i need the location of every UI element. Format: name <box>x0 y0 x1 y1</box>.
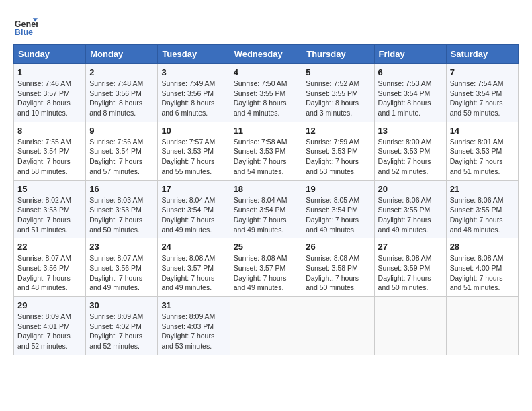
calendar-cell: 11 Sunrise: 7:58 AM Sunset: 3:53 PM Dayl… <box>230 122 302 180</box>
day-info: Sunrise: 7:58 AM Sunset: 3:53 PM Dayligh… <box>234 137 299 177</box>
day-number: 15 <box>17 184 82 194</box>
day-info: Sunrise: 7:49 AM Sunset: 3:56 PM Dayligh… <box>161 79 226 118</box>
daylight-label: Daylight: 7 hours and 54 minutes. <box>234 157 287 175</box>
calendar-cell: 22 Sunrise: 8:07 AM Sunset: 3:56 PM Dayl… <box>14 238 86 297</box>
sunset-label: Sunset: 3:53 PM <box>306 147 358 155</box>
header-wednesday: Wednesday <box>230 45 302 64</box>
sunrise-label: Sunrise: 8:09 AM <box>17 312 71 320</box>
calendar-cell: 31 Sunrise: 8:09 AM Sunset: 4:03 PM Dayl… <box>158 297 230 355</box>
sunrise-label: Sunrise: 8:04 AM <box>234 196 287 204</box>
sunrise-label: Sunrise: 7:58 AM <box>234 138 287 146</box>
calendar-cell: 3 Sunrise: 7:49 AM Sunset: 3:56 PM Dayli… <box>158 64 230 122</box>
day-number: 24 <box>161 242 226 252</box>
daylight-label: Daylight: 7 hours and 51 minutes. <box>450 157 503 175</box>
calendar-cell <box>302 297 374 355</box>
daylight-label: Daylight: 8 hours and 10 minutes. <box>17 99 71 117</box>
calendar-cell: 28 Sunrise: 8:08 AM Sunset: 4:00 PM Dayl… <box>446 238 518 297</box>
sunset-label: Sunset: 3:56 PM <box>17 264 70 272</box>
calendar-cell: 10 Sunrise: 7:57 AM Sunset: 3:53 PM Dayl… <box>158 122 230 180</box>
sunset-label: Sunset: 3:53 PM <box>161 147 214 155</box>
calendar-cell: 4 Sunrise: 7:50 AM Sunset: 3:55 PM Dayli… <box>230 64 302 122</box>
daylight-label: Daylight: 7 hours and 55 minutes. <box>161 157 214 175</box>
calendar-cell: 16 Sunrise: 8:03 AM Sunset: 3:53 PM Dayl… <box>86 180 158 238</box>
header-monday: Monday <box>86 45 158 64</box>
day-number: 16 <box>89 184 154 194</box>
calendar-cell: 7 Sunrise: 7:54 AM Sunset: 3:54 PM Dayli… <box>446 64 518 122</box>
calendar-cell: 18 Sunrise: 8:04 AM Sunset: 3:54 PM Dayl… <box>230 180 302 238</box>
calendar-week-1: 1 Sunrise: 7:46 AM Sunset: 3:57 PM Dayli… <box>14 64 519 122</box>
sunrise-label: Sunrise: 7:59 AM <box>306 138 359 146</box>
day-info: Sunrise: 7:52 AM Sunset: 3:55 PM Dayligh… <box>306 79 370 118</box>
day-info: Sunrise: 7:59 AM Sunset: 3:53 PM Dayligh… <box>306 137 370 177</box>
header-sunday: Sunday <box>14 45 86 64</box>
sunset-label: Sunset: 3:55 PM <box>234 89 286 97</box>
daylight-label: Daylight: 8 hours and 6 minutes. <box>161 99 214 117</box>
sunrise-label: Sunrise: 8:08 AM <box>378 254 432 262</box>
daylight-label: Daylight: 7 hours and 49 minutes. <box>378 216 431 234</box>
sunset-label: Sunset: 4:01 PM <box>17 322 70 330</box>
day-info: Sunrise: 8:06 AM Sunset: 3:55 PM Dayligh… <box>378 195 443 235</box>
day-number: 18 <box>234 184 299 194</box>
sunset-label: Sunset: 3:54 PM <box>17 147 70 155</box>
sunset-label: Sunset: 3:57 PM <box>234 264 286 272</box>
daylight-label: Daylight: 8 hours and 3 minutes. <box>306 99 359 117</box>
daylight-label: Daylight: 7 hours and 50 minutes. <box>306 274 359 292</box>
day-number: 27 <box>378 242 443 252</box>
day-number: 26 <box>306 242 370 252</box>
sunrise-label: Sunrise: 8:06 AM <box>378 196 432 204</box>
calendar-cell: 1 Sunrise: 7:46 AM Sunset: 3:57 PM Dayli… <box>14 64 86 122</box>
header-tuesday: Tuesday <box>158 45 230 64</box>
day-info: Sunrise: 8:09 AM Sunset: 4:01 PM Dayligh… <box>17 312 82 351</box>
calendar-cell: 6 Sunrise: 7:53 AM Sunset: 3:54 PM Dayli… <box>374 64 446 122</box>
sunset-label: Sunset: 3:53 PM <box>450 147 502 155</box>
day-info: Sunrise: 8:05 AM Sunset: 3:54 PM Dayligh… <box>306 195 370 235</box>
day-number: 19 <box>306 184 370 194</box>
sunrise-label: Sunrise: 8:09 AM <box>161 312 215 320</box>
sunset-label: Sunset: 3:53 PM <box>17 205 70 214</box>
daylight-label: Daylight: 7 hours and 53 minutes. <box>161 332 214 350</box>
daylight-label: Daylight: 7 hours and 51 minutes. <box>450 274 503 292</box>
daylight-label: Daylight: 7 hours and 59 minutes. <box>450 99 503 117</box>
calendar-cell: 15 Sunrise: 8:02 AM Sunset: 3:53 PM Dayl… <box>14 180 86 238</box>
sunset-label: Sunset: 4:02 PM <box>89 322 142 330</box>
daylight-label: Daylight: 7 hours and 52 minutes. <box>17 332 71 350</box>
day-number: 22 <box>17 242 82 252</box>
sunrise-label: Sunrise: 7:57 AM <box>161 138 215 146</box>
day-number: 23 <box>89 242 154 252</box>
sunset-label: Sunset: 3:55 PM <box>378 205 431 214</box>
sunset-label: Sunset: 3:55 PM <box>306 89 358 97</box>
day-number: 3 <box>161 67 226 77</box>
day-info: Sunrise: 8:04 AM Sunset: 3:54 PM Dayligh… <box>161 195 226 235</box>
calendar-cell <box>230 297 302 355</box>
day-number: 1 <box>17 67 82 77</box>
sunset-label: Sunset: 4:00 PM <box>450 264 502 272</box>
sunrise-label: Sunrise: 8:04 AM <box>161 196 215 204</box>
day-number: 31 <box>161 300 226 310</box>
calendar-cell: 8 Sunrise: 7:55 AM Sunset: 3:54 PM Dayli… <box>14 122 86 180</box>
daylight-label: Daylight: 7 hours and 52 minutes. <box>89 332 142 350</box>
daylight-label: Daylight: 7 hours and 58 minutes. <box>17 157 71 175</box>
calendar-cell <box>446 297 518 355</box>
calendar-week-3: 15 Sunrise: 8:02 AM Sunset: 3:53 PM Dayl… <box>14 180 519 238</box>
day-number: 12 <box>306 126 370 136</box>
calendar-cell: 12 Sunrise: 7:59 AM Sunset: 3:53 PM Dayl… <box>302 122 374 180</box>
day-info: Sunrise: 8:03 AM Sunset: 3:53 PM Dayligh… <box>89 195 154 235</box>
sunset-label: Sunset: 3:59 PM <box>378 264 431 272</box>
sunset-label: Sunset: 3:54 PM <box>234 205 286 214</box>
sunrise-label: Sunrise: 8:01 AM <box>450 138 504 146</box>
daylight-label: Daylight: 7 hours and 49 minutes. <box>306 216 359 234</box>
sunset-label: Sunset: 3:53 PM <box>89 205 142 214</box>
sunset-label: Sunset: 3:53 PM <box>378 147 431 155</box>
day-number: 13 <box>378 126 443 136</box>
daylight-label: Daylight: 7 hours and 57 minutes. <box>89 157 142 175</box>
day-info: Sunrise: 7:55 AM Sunset: 3:54 PM Dayligh… <box>17 137 82 177</box>
sunset-label: Sunset: 3:55 PM <box>450 205 502 214</box>
page-header: General Blue <box>13 13 519 38</box>
day-info: Sunrise: 8:07 AM Sunset: 3:56 PM Dayligh… <box>89 253 154 293</box>
day-info: Sunrise: 7:48 AM Sunset: 3:56 PM Dayligh… <box>89 79 154 118</box>
sunrise-label: Sunrise: 7:52 AM <box>306 79 359 87</box>
day-info: Sunrise: 8:08 AM Sunset: 3:57 PM Dayligh… <box>161 253 226 293</box>
day-info: Sunrise: 8:08 AM Sunset: 3:58 PM Dayligh… <box>306 253 370 293</box>
header-saturday: Saturday <box>446 45 518 64</box>
calendar-cell: 9 Sunrise: 7:56 AM Sunset: 3:54 PM Dayli… <box>86 122 158 180</box>
